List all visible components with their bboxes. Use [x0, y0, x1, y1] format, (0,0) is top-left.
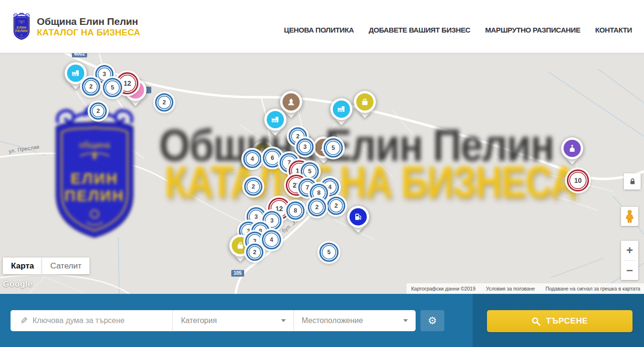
cluster-marker[interactable]: 8 [286, 201, 305, 220]
search-footer: ✎ Категория Местоположение ⚙ ТЪРСЕНЕ [0, 294, 644, 347]
header: Община Елин Пелин КАТАЛОГ НА БИЗНЕСА ЦЕН… [0, 0, 644, 53]
zoom-out-button[interactable]: − [621, 261, 638, 280]
category-pin-church[interactable] [561, 137, 583, 166]
category-select-label: Категория [181, 316, 217, 325]
municipality-emblem-icon [11, 12, 33, 41]
brand-subtitle: КАТАЛОГ НА БИЗНЕСА [37, 27, 140, 38]
map-attribution: Картографски данни ©2019 Условия за полз… [407, 283, 644, 294]
map-type-satellite-button[interactable]: Сателит [42, 257, 90, 274]
google-map-canvas[interactable]: ул. Преславбул. „Новоселции“6002105 1232… [0, 53, 644, 294]
cluster-marker[interactable]: 4 [243, 150, 261, 168]
nav-item-pricing[interactable]: ЦЕНОВА ПОЛИТИКА [284, 26, 354, 34]
map-type-control: Карта Сателит [3, 257, 90, 274]
advanced-settings-button[interactable]: ⚙ [420, 310, 444, 331]
cluster-marker[interactable]: 5 [319, 243, 339, 262]
main-nav: ЦЕНОВА ПОЛИТИКА ДОБАВЕТЕ ВАШИЯТ БИЗНЕС М… [284, 0, 632, 53]
category-pin-factory[interactable] [330, 98, 352, 127]
cluster-marker[interactable]: 2 [246, 244, 263, 261]
google-logo[interactable]: Google [3, 280, 33, 289]
cluster-marker[interactable]: 4 [262, 230, 281, 249]
category-pin-factory[interactable] [264, 109, 286, 137]
keyword-search-input[interactable] [28, 316, 172, 325]
report-error-link[interactable]: Подаване на сигнал за грешка в картата [545, 286, 640, 291]
keyword-section: ✎ [11, 310, 172, 331]
pegman-street-view-control[interactable] [621, 207, 638, 226]
category-select[interactable]: Категория [172, 310, 294, 331]
cluster-marker[interactable]: 2 [327, 197, 345, 215]
nav-item-add-business[interactable]: ДОБАВЕТЕ ВАШИЯТ БИЗНЕС [369, 26, 470, 34]
road-number-badge: 105 [231, 270, 244, 277]
pencil-icon: ✎ [20, 315, 28, 326]
search-icon [531, 317, 541, 326]
category-pin-bag[interactable] [354, 91, 376, 120]
lock-icon [629, 178, 636, 185]
cluster-marker[interactable]: 5 [324, 138, 343, 157]
map-type-map-button[interactable]: Карта [3, 257, 42, 274]
chevron-down-icon [281, 319, 286, 322]
brand-logo[interactable]: Община Елин Пелин КАТАЛОГ НА БИЗНЕСА [11, 12, 140, 41]
cluster-marker[interactable]: 5 [103, 78, 122, 97]
cluster-marker[interactable]: 2 [90, 102, 107, 120]
search-footer-left: ✎ Категория Местоположение ⚙ [0, 294, 473, 347]
search-footer-right: ТЪРСЕНЕ [473, 294, 644, 347]
category-pin-fuel[interactable] [347, 206, 369, 235]
zoom-control: + − [621, 241, 638, 280]
search-box: ✎ Категория Местоположение [11, 310, 416, 331]
nav-item-route-schedule[interactable]: МАРШРУТНО РАЗПИСАНИЕ [485, 26, 580, 34]
cluster-marker[interactable]: 2 [244, 178, 262, 196]
zoom-in-button[interactable]: + [621, 241, 638, 260]
lock-control[interactable] [624, 173, 641, 190]
search-button-label: ТЪРСЕНЕ [546, 316, 588, 326]
gear-icon: ⚙ [428, 315, 437, 326]
cluster-marker[interactable]: 2 [82, 78, 100, 96]
terms-link[interactable]: Условия за ползване [486, 286, 535, 291]
nav-item-contacts[interactable]: КОНТАКТИ [595, 26, 632, 34]
cluster-marker[interactable]: 6 [263, 148, 282, 168]
location-select[interactable]: Местоположение [294, 310, 416, 331]
pegman-icon [624, 210, 635, 223]
brand-title: Община Елин Пелин [37, 15, 140, 27]
cluster-marker[interactable]: 10 [567, 169, 589, 191]
road-number-badge: 6002 [72, 53, 87, 57]
cluster-marker[interactable]: 2 [308, 198, 326, 216]
chevron-down-icon [403, 319, 408, 322]
location-select-label: Местоположение [302, 316, 363, 325]
search-button[interactable]: ТЪРСЕНЕ [487, 310, 633, 332]
cluster-marker[interactable]: 2 [155, 93, 173, 112]
attribution-copyright: Картографски данни ©2019 [411, 286, 475, 291]
cluster-marker[interactable]: 3 [296, 138, 314, 156]
